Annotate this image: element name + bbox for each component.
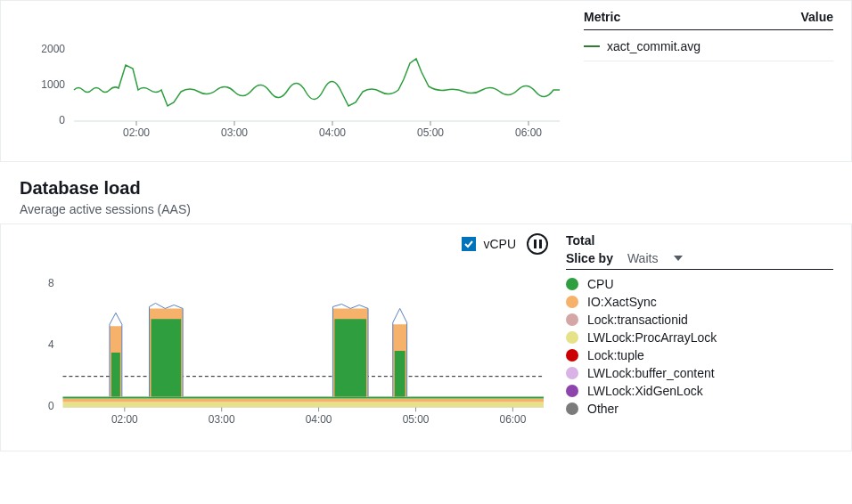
checkbox-icon bbox=[462, 237, 476, 251]
dbload-panel: vCPU Sessions 0 4 8 bbox=[0, 224, 852, 451]
dbload-x-axis: 02:00 03:00 04:00 05:00 06:00 bbox=[111, 407, 527, 426]
legend-item[interactable]: IO:XactSync bbox=[566, 295, 833, 309]
swatch-icon bbox=[566, 313, 578, 326]
commits-panel: Commits /s 0 1000 2000 02:00 03:00 04:00… bbox=[0, 0, 852, 162]
svg-text:03:00: 03:00 bbox=[221, 126, 248, 139]
vcpu-toggle[interactable]: vCPU bbox=[462, 237, 516, 251]
dbload-y-axis: 0 4 8 bbox=[48, 277, 54, 413]
legend-list: CPU IO:XactSync Lock:transactionid LWLoc… bbox=[566, 277, 833, 416]
chevron-down-icon bbox=[674, 256, 683, 261]
dbload-topbar: vCPU bbox=[19, 233, 548, 255]
svg-text:03:00: 03:00 bbox=[209, 413, 235, 426]
swatch-icon bbox=[566, 349, 578, 362]
svg-text:02:00: 02:00 bbox=[123, 126, 150, 139]
commits-chart: Commits /s 0 1000 2000 02:00 03:00 04:00… bbox=[19, 10, 575, 143]
legend-item[interactable]: Other bbox=[566, 402, 833, 416]
dbload-subtitle: Average active sessions (AAS) bbox=[20, 202, 832, 216]
commits-svg: Commits /s 0 1000 2000 02:00 03:00 04:00… bbox=[19, 10, 575, 143]
swatch-icon bbox=[566, 296, 578, 308]
dbload-legend: Total Slice by Waits CPU IO:XactSync Loc… bbox=[566, 233, 833, 433]
dbload-svg: Sessions 0 4 8 02:00 03:00 04:00 bbox=[19, 264, 548, 433]
swatch-icon bbox=[566, 385, 578, 397]
vcpu-label: vCPU bbox=[483, 237, 516, 251]
metric-col-header: Metric bbox=[584, 10, 620, 24]
dbload-header: Database load Average active sessions (A… bbox=[0, 162, 852, 224]
line-swatch bbox=[584, 45, 600, 47]
commits-row: Commits /s 0 1000 2000 02:00 03:00 04:00… bbox=[19, 10, 833, 143]
dbload-title: Database load bbox=[20, 178, 832, 199]
swatch-icon bbox=[566, 402, 578, 415]
value-col-header: Value bbox=[800, 10, 833, 24]
spike-3 bbox=[332, 305, 368, 397]
legend-item[interactable]: LWLock:XidGenLock bbox=[566, 384, 833, 398]
svg-text:0: 0 bbox=[48, 400, 54, 412]
svg-text:2000: 2000 bbox=[41, 43, 65, 55]
legend-item[interactable]: CPU bbox=[566, 277, 833, 291]
svg-text:05:00: 05:00 bbox=[417, 126, 444, 139]
commits-x-axis: 02:00 03:00 04:00 05:00 06:00 bbox=[123, 121, 542, 139]
svg-text:04:00: 04:00 bbox=[306, 413, 332, 426]
area-baseline-other bbox=[63, 402, 545, 407]
legend-total: Total bbox=[566, 233, 833, 248]
svg-text:06:00: 06:00 bbox=[500, 413, 527, 426]
svg-text:8: 8 bbox=[48, 277, 54, 289]
commits-line bbox=[74, 59, 560, 106]
swatch-icon bbox=[566, 367, 578, 379]
svg-text:05:00: 05:00 bbox=[403, 413, 430, 426]
slice-by-value: Waits bbox=[627, 251, 658, 265]
swatch-icon bbox=[566, 278, 578, 290]
slice-by-label: Slice by bbox=[566, 251, 613, 265]
metric-series-name: xact_commit.avg bbox=[607, 39, 700, 53]
commits-y-axis: 0 1000 2000 bbox=[41, 43, 65, 126]
dbload-chart: vCPU Sessions 0 4 8 bbox=[19, 233, 548, 433]
slice-by-dropdown[interactable]: Waits bbox=[627, 251, 683, 265]
metric-table: Metric Value xact_commit.avg bbox=[584, 10, 833, 143]
pause-button[interactable] bbox=[527, 233, 548, 255]
slice-by-row: Slice by Waits bbox=[566, 251, 833, 270]
spike-4 bbox=[393, 308, 407, 396]
spike-2 bbox=[150, 304, 184, 397]
svg-text:02:00: 02:00 bbox=[111, 413, 138, 426]
legend-item[interactable]: LWLock:buffer_content bbox=[566, 366, 833, 380]
metric-row[interactable]: xact_commit.avg bbox=[584, 39, 833, 61]
legend-item[interactable]: Lock:tuple bbox=[566, 348, 833, 362]
svg-text:04:00: 04:00 bbox=[319, 126, 346, 139]
area-baseline-cpu bbox=[63, 396, 545, 398]
legend-item[interactable]: LWLock:ProcArrayLock bbox=[566, 330, 833, 345]
svg-text:0: 0 bbox=[59, 114, 65, 126]
swatch-icon bbox=[566, 331, 578, 344]
svg-text:06:00: 06:00 bbox=[515, 126, 542, 139]
area-baseline-io bbox=[63, 398, 545, 402]
legend-item[interactable]: Lock:transactionid bbox=[566, 313, 833, 327]
svg-text:1000: 1000 bbox=[41, 78, 65, 91]
svg-text:4: 4 bbox=[48, 338, 54, 351]
metric-table-header: Metric Value bbox=[584, 10, 833, 30]
pause-icon bbox=[534, 240, 542, 248]
spike-1 bbox=[110, 313, 122, 396]
